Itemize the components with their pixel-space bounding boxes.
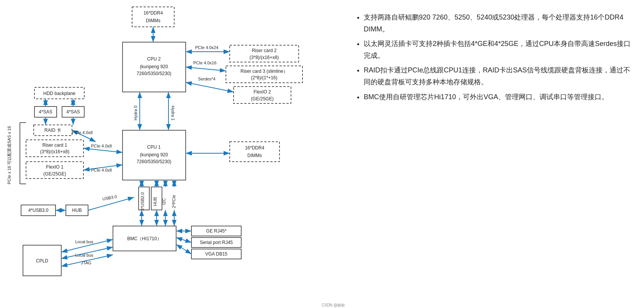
- hydra0-label: Hydra 0: [133, 106, 138, 121]
- ge-rj45-label: GE RJ45*: [206, 228, 227, 234]
- pcie2-label: 2*PCIe: [172, 195, 176, 208]
- cpu2-label1: CPU 2: [147, 56, 161, 62]
- dimm-top-label2: DIMMs: [146, 18, 160, 23]
- flexio2-label1: FlexIO 2: [253, 89, 271, 95]
- riser2-label1: Riser card 2: [252, 48, 277, 53]
- pcie40x8-2-label: PCIe 4.0x8: [91, 144, 112, 148]
- flexio1-label2: (GE/25GE): [43, 171, 66, 177]
- cpu1-label2: (kunpeng 920: [140, 152, 168, 157]
- local-bus2-label: Local bus: [75, 253, 93, 257]
- raid-label: RAID 卡: [44, 128, 61, 133]
- diagram-area: 16*DDR4 DIMMs CPU 2 (kunpeng 920 7260/53…: [0, 4, 345, 308]
- bullet-item-2: 以太网灵活插卡可支持2种插卡包括4*GE和4*25GE，通过CPU本身自带高速S…: [364, 38, 633, 61]
- bullet-item-1: 支持两路自研鲲鹏920 7260、5250、5240或5230处理器，每个处理器…: [364, 11, 633, 35]
- text-area: 支持两路自研鲲鹏920 7260、5250、5240或5230处理器，每个处理器…: [345, 4, 644, 308]
- riser3-label2: (2*8)/(1*+16): [251, 75, 277, 80]
- pcie40x8-3-label: PCIe 4.0x8: [91, 168, 112, 172]
- serial-port-label: Serial port RJ45: [200, 240, 233, 245]
- pcie40x16-arrow: [186, 67, 226, 71]
- pcie-side-label: PCIe x 16 可以配置成SAS x 16: [7, 126, 11, 184]
- vga-label: VGA DB15: [205, 251, 227, 257]
- riser2-label2: (3*8)/(x16+x8): [250, 55, 279, 60]
- pcie40x24-label: PCIe 4.0x24: [195, 45, 219, 50]
- serdes4-arrow: [186, 82, 234, 92]
- hydra1-label: Hydra 1: [171, 106, 175, 121]
- cpld-label: CPLD: [36, 258, 48, 264]
- bullet-item-3: RAID扣卡通过PCIe总线跟CPU1连接，RAID卡出SAS信号线缆跟硬盘背板…: [364, 64, 633, 88]
- dimm-top-box: [132, 7, 174, 27]
- riser1-cpu1-arrow: [83, 148, 123, 152]
- jtag-label: JTAG: [81, 260, 91, 265]
- bmc-serial-arrow: [176, 238, 191, 242]
- riser1-label1: Riser card 1: [42, 143, 67, 148]
- flexio2-label2: (GE/25GE): [251, 96, 273, 102]
- bmc-label: BMC（HI1710）: [127, 236, 161, 241]
- csdn-watermark: CSDN @杨校: [322, 303, 345, 307]
- sas2-label: 4*SAS: [66, 109, 80, 115]
- flexio1-label1: FlexIO 1: [46, 164, 64, 170]
- dimm-right-label1: 16*DDR4: [245, 145, 265, 151]
- pcie40x8-1-label: PCIe 4.0x8: [72, 130, 93, 135]
- cpu1-label3: 7260/5350/5230): [137, 159, 172, 164]
- sas1-label: 4*SAS: [39, 109, 52, 115]
- cpu2-label3: 7260/5350/5230): [137, 71, 172, 76]
- usb30-label: USB3.0: [102, 194, 117, 201]
- local-bus1-label: Local bus: [75, 239, 93, 244]
- hdd-backplane-label: HDD backplane: [43, 91, 75, 96]
- serdes4-label: Serdes*4: [198, 77, 215, 81]
- usb-label: 4*USB3.0: [28, 208, 49, 213]
- riser1-label2: (3*8)/(x16+x8): [40, 149, 69, 154]
- dimm-top-label1: 16*DDR4: [144, 10, 163, 16]
- hub-label: HUB: [72, 208, 82, 213]
- riser3-label1: Riser card 3 (slimline）: [240, 69, 288, 74]
- bmc-vga-arrow: [176, 244, 191, 254]
- hub2-label: HUB: [153, 197, 157, 206]
- i2c-label: I2C: [162, 198, 166, 205]
- cpu2-label2: (kunpeng 920: [140, 64, 168, 69]
- pcie40x16-label: PCIe 4.0x16: [193, 61, 217, 65]
- cpu1-label1: CPU 1: [147, 144, 161, 150]
- usb2-label: 3*USB2.0: [140, 192, 145, 211]
- dimm-right-box: [230, 142, 280, 162]
- dimm-right-label2: DIMMs: [247, 153, 262, 158]
- feature-list: 支持两路自研鲲鹏920 7260、5250、5240或5230处理器，每个处理器…: [356, 11, 633, 103]
- bullet-item-4: BMC使用自研管理芯片Hi1710，可外出VGA、管理网口、调试串口等管理接口。: [364, 91, 633, 103]
